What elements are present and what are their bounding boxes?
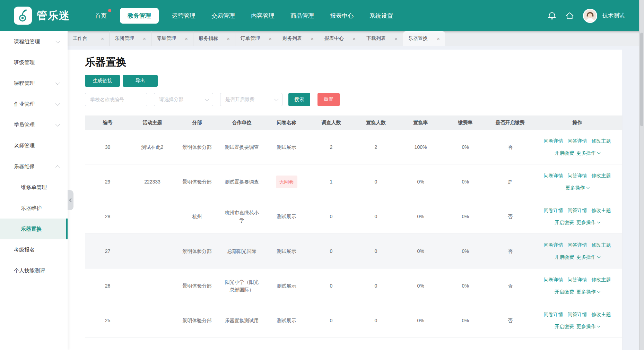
tab-7[interactable]: 下载列表×: [361, 31, 403, 46]
action-link[interactable]: 开启缴费: [555, 149, 574, 157]
action-link[interactable]: 问卷详情: [544, 276, 563, 283]
user-name[interactable]: 技术测试: [602, 12, 625, 19]
tab-3[interactable]: 服务指标×: [193, 31, 235, 46]
action-link[interactable]: 开启缴费: [555, 219, 574, 226]
action-link[interactable]: 问答详情: [568, 137, 587, 145]
nav-item-2[interactable]: 运营管理: [169, 12, 198, 20]
tab-1[interactable]: 乐团管理×: [110, 31, 151, 46]
action-link[interactable]: 修改主题: [592, 241, 611, 249]
tab-close-icon[interactable]: ×: [311, 36, 314, 42]
chevron-down-icon: [597, 220, 601, 224]
sidebar-item-6[interactable]: 乐器维保: [0, 156, 68, 177]
action-link[interactable]: 问答详情: [568, 172, 587, 179]
fee-select-placeholder: 是否开启缴费: [225, 96, 254, 103]
tab-label: 零星管理: [157, 35, 176, 42]
action-link[interactable]: 更多操作: [576, 149, 600, 157]
action-link[interactable]: 修改主题: [592, 172, 611, 179]
action-link[interactable]: 问卷详情: [544, 172, 563, 179]
sidebar-item-5[interactable]: 老师管理: [0, 135, 68, 156]
action-link[interactable]: 问答详情: [568, 241, 587, 249]
action-link[interactable]: 修改主题: [592, 276, 611, 283]
app-logo[interactable]: 管乐迷: [14, 7, 70, 25]
tab-close-icon[interactable]: ×: [101, 36, 104, 42]
window-scrollbar[interactable]: [639, 0, 644, 350]
sidebar-item-2[interactable]: 课程管理: [0, 73, 68, 94]
page-title: 乐器置换: [85, 55, 127, 69]
tab-close-icon[interactable]: ×: [394, 36, 398, 42]
action-link[interactable]: 问答详情: [568, 276, 587, 283]
nav-item-3[interactable]: 交易管理: [209, 12, 238, 20]
action-link[interactable]: 开启缴费: [555, 253, 574, 261]
chevron-down-icon: [597, 324, 601, 328]
action-link[interactable]: 更多操作: [576, 253, 600, 261]
search-button[interactable]: 搜索: [288, 93, 310, 106]
nav-item-7[interactable]: 系统设置: [367, 12, 396, 20]
school-search-input[interactable]: [85, 93, 147, 106]
action-link[interactable]: 开启缴费: [555, 288, 574, 296]
sidebar-item-1[interactable]: 班级管理: [0, 52, 68, 73]
tab-close-icon[interactable]: ×: [353, 36, 356, 42]
actions-line-2: 开启缴费更多操作: [555, 219, 600, 226]
sidebar-subitem-6-1[interactable]: 乐器维护: [0, 198, 68, 219]
sidebar-subitem-6-2[interactable]: 乐器置换: [0, 219, 68, 239]
home-icon[interactable]: [565, 11, 574, 20]
action-link[interactable]: 修改主题: [592, 206, 611, 214]
sidebar-item-7[interactable]: 考级报名: [0, 239, 68, 260]
chevron-down-icon: [55, 80, 60, 85]
tab-close-icon[interactable]: ×: [437, 36, 440, 42]
action-link[interactable]: 问答详情: [568, 310, 587, 318]
reset-button[interactable]: 重置: [317, 93, 340, 106]
sidebar-item-4[interactable]: 学员管理: [0, 114, 68, 135]
column-header-6: 置换人数: [354, 116, 398, 130]
sidebar-item-label: 个人技能测评: [14, 267, 59, 274]
action-link[interactable]: 问卷详情: [544, 206, 563, 214]
sidebar-item-label: 作业管理: [14, 101, 56, 108]
cell-partner: 测试置换要调查: [219, 164, 264, 199]
sidebar-item-8[interactable]: 个人技能测评: [0, 260, 68, 281]
sidebar-item-0[interactable]: 课程组管理: [0, 31, 68, 52]
export-button[interactable]: 导出: [123, 75, 158, 87]
action-link[interactable]: 问卷详情: [544, 241, 563, 249]
action-link[interactable]: 更多操作: [566, 184, 589, 191]
action-link[interactable]: 修改主题: [592, 137, 611, 145]
app-window: 管乐迷 首页教务管理运营管理交易管理内容管理商品管理报表中心系统设置: [0, 0, 644, 350]
tab-8[interactable]: 乐器置换×: [403, 31, 445, 46]
tab-close-icon[interactable]: ×: [227, 36, 230, 42]
cell-replace-rate: 100%: [398, 130, 443, 164]
action-link[interactable]: 开启缴费: [555, 323, 574, 330]
sidebar-item-3[interactable]: 作业管理: [0, 94, 68, 114]
tab-5[interactable]: 财务列表×: [277, 31, 319, 46]
action-link[interactable]: 修改主题: [592, 310, 611, 318]
nav-item-0[interactable]: 首页: [92, 12, 110, 20]
action-link[interactable]: 更多操作: [576, 323, 600, 330]
tab-6[interactable]: 报表中心×: [319, 31, 361, 46]
nav-item-5[interactable]: 商品管理: [288, 12, 317, 20]
branch-select[interactable]: 请选择分部: [154, 93, 213, 106]
tab-0[interactable]: 工作台×: [68, 31, 110, 46]
tab-close-icon[interactable]: ×: [185, 36, 188, 42]
nav-item-1[interactable]: 教务管理: [120, 8, 159, 24]
action-link[interactable]: 更多操作: [576, 219, 600, 226]
tab-close-icon[interactable]: ×: [143, 36, 146, 42]
tab-4[interactable]: 订单管理×: [235, 31, 277, 46]
actions-line-1: 问卷详情问答详情修改主题: [544, 276, 611, 283]
sidebar-collapse-handle[interactable]: [68, 190, 73, 210]
sidebar-subitem-6-0[interactable]: 维修单管理: [0, 177, 68, 198]
nav-item-label: 首页: [95, 12, 107, 19]
sidebar-menu: 课程组管理班级管理课程管理作业管理学员管理老师管理乐器维保维修单管理乐器维护乐器…: [0, 31, 68, 350]
nav-item-4[interactable]: 内容管理: [248, 12, 277, 20]
tab-close-icon[interactable]: ×: [269, 36, 272, 42]
notification-bell-icon[interactable]: [547, 11, 557, 20]
tab-2[interactable]: 零星管理×: [151, 31, 193, 46]
action-link[interactable]: 问卷详情: [544, 137, 563, 145]
nav-item-6[interactable]: 报表中心: [327, 12, 356, 20]
action-link[interactable]: 问答详情: [568, 206, 587, 214]
action-link[interactable]: 更多操作: [576, 288, 600, 296]
cell-replace-rate: 0%: [398, 164, 443, 199]
scrollbar-thumb[interactable]: [640, 33, 643, 126]
fee-enabled-select[interactable]: 是否开启缴费: [220, 93, 282, 106]
cell-replace-rate: 0%: [398, 234, 443, 268]
action-link[interactable]: 问卷详情: [544, 310, 563, 318]
avatar[interactable]: [583, 8, 598, 23]
generate-link-button[interactable]: 生成链接: [85, 75, 120, 87]
